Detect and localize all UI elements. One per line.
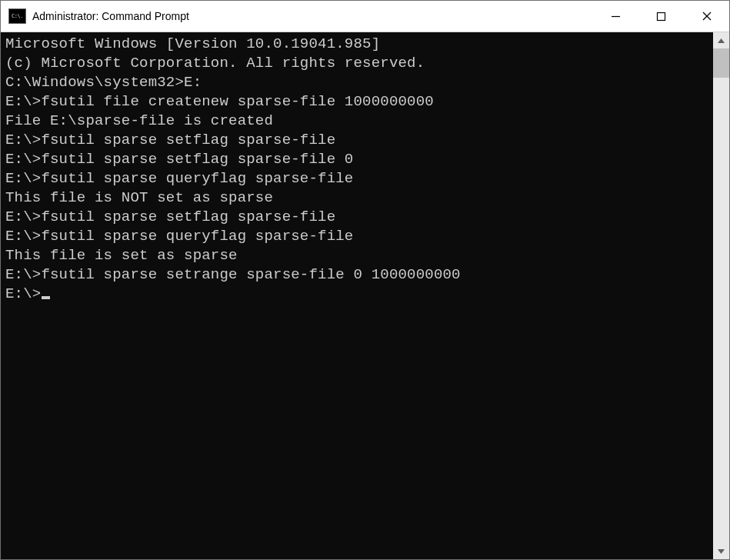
titlebar[interactable]: C:\. Administrator: Command Prompt — [1, 1, 729, 32]
terminal-line: Microsoft Windows [Version 10.0.19041.98… — [5, 35, 708, 54]
terminal-line: File E:\sparse-file is created — [5, 112, 708, 131]
window-title: Administrator: Command Prompt — [32, 10, 593, 22]
cmd-icon-text: C:\. — [12, 13, 23, 19]
close-icon — [702, 11, 712, 22]
terminal-line: E:\>fsutil sparse setrange sparse-file 0… — [5, 265, 708, 285]
minimize-icon — [611, 12, 621, 22]
terminal-line: E:\>fsutil sparse queryflag sparse-file — [5, 169, 708, 188]
scrollbar-thumb[interactable] — [713, 48, 729, 78]
window-frame: C:\. Administrator: Command Prompt — [0, 0, 730, 560]
client-area: Microsoft Windows [Version 10.0.19041.98… — [1, 32, 729, 559]
maximize-icon — [656, 12, 666, 22]
scroll-down-button[interactable] — [713, 543, 729, 559]
scroll-up-button[interactable] — [713, 32, 729, 48]
terminal-output[interactable]: Microsoft Windows [Version 10.0.19041.98… — [1, 32, 713, 559]
window-controls — [593, 1, 729, 32]
chevron-up-icon — [718, 38, 725, 43]
svg-rect-1 — [658, 12, 665, 20]
terminal-line: E:\> — [5, 285, 708, 304]
terminal-line: This file is NOT set as sparse — [5, 188, 708, 208]
cmd-icon: C:\. — [8, 8, 26, 24]
terminal-line: C:\Windows\system32>E: — [5, 73, 708, 92]
terminal-line: E:\>fsutil file createnew sparse-file 10… — [5, 92, 708, 112]
terminal-line: E:\>fsutil sparse setflag sparse-file — [5, 131, 708, 150]
terminal-line: E:\>fsutil sparse setflag sparse-file 0 — [5, 150, 708, 169]
maximize-button[interactable] — [638, 1, 684, 32]
vertical-scrollbar[interactable] — [713, 32, 729, 559]
chevron-down-icon — [718, 549, 725, 554]
terminal-line: This file is set as sparse — [5, 246, 708, 265]
terminal-line: (c) Microsoft Corporation. All rights re… — [5, 54, 708, 73]
minimize-button[interactable] — [593, 1, 638, 32]
close-button[interactable] — [684, 1, 729, 32]
terminal-line: E:\>fsutil sparse setflag sparse-file — [5, 208, 708, 227]
scrollbar-track[interactable] — [713, 48, 729, 543]
terminal-cursor — [42, 296, 50, 299]
terminal-line: E:\>fsutil sparse queryflag sparse-file — [5, 227, 708, 246]
